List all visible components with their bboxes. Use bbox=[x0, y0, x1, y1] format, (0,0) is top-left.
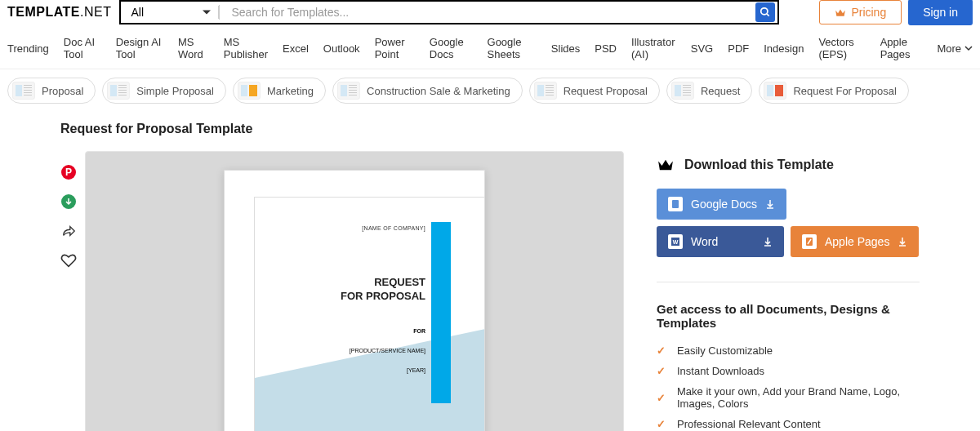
category-link[interactable]: Power Point bbox=[375, 36, 415, 60]
gdocs-icon bbox=[668, 197, 683, 211]
related-pills: Proposal Simple Proposal Marketing Const… bbox=[0, 69, 980, 112]
svg-text:W: W bbox=[673, 239, 679, 245]
feature-item: ✓Instant Downloads bbox=[657, 365, 920, 377]
chevron-down-icon bbox=[964, 44, 973, 52]
pill-thumb-icon bbox=[764, 82, 786, 100]
pill[interactable]: Request For Proposal bbox=[759, 78, 908, 104]
category-link[interactable]: Design AI Tool bbox=[116, 36, 163, 60]
category-link[interactable]: Indesign bbox=[764, 42, 804, 55]
download-icon bbox=[765, 199, 775, 209]
check-icon: ✓ bbox=[657, 392, 666, 404]
search-bar: All bbox=[119, 0, 779, 24]
doc-year-placeholder: [YEAR] bbox=[407, 367, 425, 373]
feature-item: ✓Make it your own, Add your Brand Name, … bbox=[657, 385, 920, 410]
pill[interactable]: Construction Sale & Marketing bbox=[332, 78, 523, 104]
category-link[interactable]: Outlook bbox=[323, 42, 360, 55]
check-icon: ✓ bbox=[657, 365, 666, 377]
pill-thumb-icon bbox=[107, 82, 130, 100]
content: P [NAME OF COMPANY] REQUESTFOR PROPOSAL … bbox=[0, 151, 980, 431]
header-right: Pricing Sign in bbox=[819, 0, 973, 25]
category-link[interactable]: MS Publisher bbox=[224, 36, 268, 60]
crown-icon bbox=[657, 158, 675, 171]
logo[interactable]: TEMPLATE.NET bbox=[7, 5, 111, 20]
template-preview: [NAME OF COMPANY] REQUESTFOR PROPOSAL FO… bbox=[85, 151, 624, 431]
pill-thumb-icon bbox=[534, 82, 557, 100]
feature-list: ✓Easily Customizable ✓Instant Downloads … bbox=[657, 344, 920, 431]
download-icon bbox=[61, 194, 76, 209]
category-link[interactable]: SVG bbox=[691, 42, 713, 55]
download-title: Download this Template bbox=[684, 158, 834, 172]
svg-point-0 bbox=[761, 8, 768, 15]
crown-icon bbox=[835, 7, 846, 17]
check-icon: ✓ bbox=[657, 344, 666, 357]
search-filter-select[interactable]: All bbox=[121, 6, 219, 19]
pinterest-icon: P bbox=[61, 165, 76, 180]
search-icon bbox=[760, 7, 771, 18]
doc-for-label: FOR bbox=[413, 328, 425, 334]
download-header: Download this Template bbox=[657, 158, 920, 172]
category-link[interactable]: Google Sheets bbox=[488, 36, 537, 60]
pinterest-button[interactable]: P bbox=[60, 164, 77, 180]
download-pages-button[interactable]: Apple Pages bbox=[791, 226, 919, 257]
pages-icon bbox=[802, 234, 817, 249]
download-icon bbox=[898, 237, 907, 247]
pill-thumb-icon bbox=[238, 82, 261, 100]
pill-thumb-icon bbox=[671, 82, 694, 100]
category-link[interactable]: Apple Pages bbox=[880, 36, 923, 60]
search-filter[interactable]: All bbox=[121, 5, 220, 20]
divider bbox=[657, 282, 920, 282]
pricing-button[interactable]: Pricing bbox=[819, 0, 902, 24]
search-input[interactable] bbox=[220, 2, 755, 23]
access-title: Get access to all Documents, Designs & T… bbox=[657, 302, 920, 330]
svg-line-1 bbox=[767, 14, 769, 16]
heart-icon bbox=[60, 253, 77, 268]
pill[interactable]: Marketing bbox=[233, 78, 326, 104]
category-link[interactable]: PSD bbox=[595, 42, 617, 55]
doc-company-placeholder: [NAME OF COMPANY] bbox=[362, 225, 425, 231]
pill[interactable]: Request Proposal bbox=[529, 78, 660, 104]
category-nav: Trending Doc AI Tool Design AI Tool MS W… bbox=[0, 24, 980, 69]
more-categories[interactable]: More bbox=[937, 42, 973, 55]
document-mockup: [NAME OF COMPANY] REQUESTFOR PROPOSAL FO… bbox=[224, 170, 485, 431]
download-word-button[interactable]: WWord bbox=[657, 226, 784, 257]
doc-title: REQUESTFOR PROPOSAL bbox=[341, 276, 425, 304]
page-title: Request for Proposal Template bbox=[0, 112, 980, 151]
pill[interactable]: Request bbox=[666, 78, 752, 104]
category-link[interactable]: Doc AI Tool bbox=[64, 36, 101, 60]
category-link[interactable]: Excel bbox=[283, 42, 309, 55]
share-icon bbox=[61, 224, 76, 238]
feature-item: ✓Professional Relevant Content bbox=[657, 418, 920, 430]
check-icon: ✓ bbox=[657, 418, 666, 430]
category-link[interactable]: Trending bbox=[7, 42, 49, 55]
header: TEMPLATE.NET All Pricing Sign in bbox=[0, 0, 980, 24]
download-button[interactable] bbox=[60, 193, 77, 210]
category-link[interactable]: MS Word bbox=[178, 36, 209, 60]
category-link[interactable]: Illustrator (AI) bbox=[631, 36, 676, 60]
category-link[interactable]: Vectors (EPS) bbox=[818, 36, 865, 60]
social-actions: P bbox=[60, 151, 77, 269]
category-link[interactable]: Slides bbox=[551, 42, 580, 55]
pill[interactable]: Proposal bbox=[7, 78, 96, 104]
favorite-button[interactable] bbox=[60, 252, 77, 269]
word-icon: W bbox=[668, 234, 683, 249]
share-button[interactable] bbox=[60, 223, 77, 239]
doc-product-placeholder: [PRODUCT/SERVICE NAME] bbox=[350, 348, 425, 353]
search-button[interactable] bbox=[755, 2, 775, 22]
download-buttons: Google Docs WWord Apple Pages bbox=[657, 189, 920, 257]
svg-rect-2 bbox=[672, 200, 679, 208]
sidebar: Download this Template Google Docs WWord… bbox=[657, 151, 920, 431]
download-gdocs-button[interactable]: Google Docs bbox=[657, 189, 786, 220]
pill-thumb-icon bbox=[337, 82, 360, 100]
category-link[interactable]: PDF bbox=[728, 42, 749, 55]
pill-thumb-icon bbox=[12, 82, 35, 100]
pill[interactable]: Simple Proposal bbox=[102, 78, 226, 104]
category-link[interactable]: Google Docs bbox=[430, 36, 473, 60]
signin-button[interactable]: Sign in bbox=[908, 0, 973, 25]
feature-item: ✓Easily Customizable bbox=[657, 344, 920, 357]
download-icon bbox=[763, 237, 773, 247]
